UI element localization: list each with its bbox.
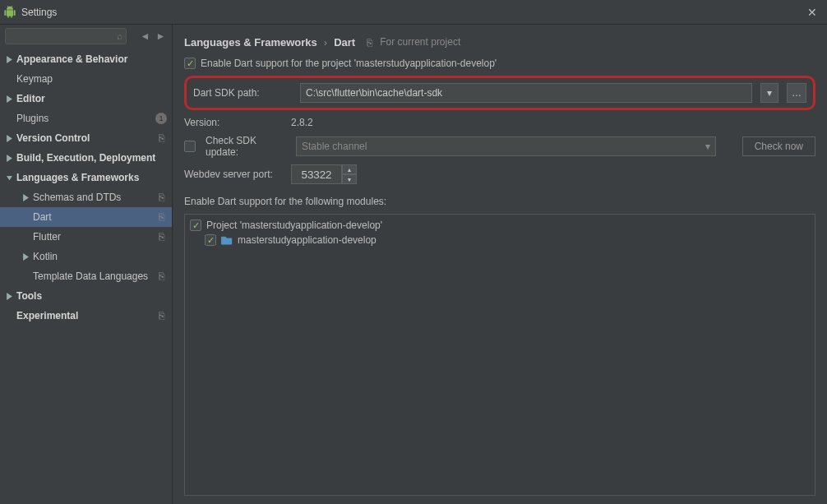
project-scope-icon: ⎘	[155, 192, 167, 203]
breadcrumb: Languages & Frameworks › Dart	[184, 36, 355, 49]
project-scope-icon: ⎘	[367, 37, 377, 47]
chevron-right-icon	[5, 154, 13, 162]
tree-item-build[interactable]: Build, Execution, Deployment	[0, 148, 172, 168]
plugins-update-badge: 1	[155, 113, 167, 124]
tree-item-editor[interactable]: Editor	[0, 89, 172, 109]
check-sdk-update-label: Check SDK update:	[206, 135, 288, 158]
port-step-down[interactable]: ▼	[342, 174, 357, 184]
tree-item-schemas[interactable]: Schemas and DTDs ⎘	[0, 187, 172, 207]
breadcrumb-parent[interactable]: Languages & Frameworks	[184, 36, 317, 49]
tree-item-flutter[interactable]: Flutter ⎘	[0, 227, 172, 247]
module-row-root[interactable]: Project 'masterstudyapplication-develop'	[190, 218, 810, 233]
sdk-path-highlight: Dart SDK path: ▾ …	[184, 76, 815, 110]
project-scope-icon: ⎘	[155, 310, 167, 321]
tree-item-appearance[interactable]: Appearance & Behavior	[0, 49, 172, 69]
search-input[interactable]	[5, 28, 127, 44]
channel-select[interactable]: Stable channel ▾	[296, 136, 716, 156]
chevron-down-icon: ▾	[705, 141, 710, 152]
sdk-path-history-dropdown[interactable]: ▾	[760, 83, 778, 103]
project-scope-hint: ⎘ For current project	[367, 36, 460, 48]
enable-dart-checkbox[interactable]	[184, 58, 196, 69]
tree-item-tools[interactable]: Tools	[0, 286, 172, 306]
module-root-checkbox[interactable]	[190, 220, 201, 231]
sdk-path-label: Dart SDK path:	[193, 87, 292, 99]
modules-section-label: Enable Dart support for the following mo…	[184, 196, 815, 207]
settings-tree: Appearance & Behavior Keymap Editor Plug…	[0, 48, 172, 504]
settings-sidebar: ⌕ ◄ ► Appearance & Behavior Keymap Edito…	[0, 25, 173, 504]
tree-item-plugins[interactable]: Plugins 1	[0, 109, 172, 128]
version-value: 2.8.2	[291, 117, 313, 128]
chevron-right-icon	[21, 252, 30, 261]
settings-content: Languages & Frameworks › Dart ⎘ For curr…	[173, 25, 827, 504]
tree-item-languages[interactable]: Languages & Frameworks	[0, 168, 172, 187]
project-scope-icon: ⎘	[155, 132, 167, 144]
android-icon	[3, 6, 16, 19]
breadcrumb-current: Dart	[334, 36, 355, 49]
project-scope-icon: ⎘	[155, 231, 167, 243]
sdk-path-browse-button[interactable]: …	[787, 83, 806, 103]
chevron-right-icon	[5, 55, 13, 63]
version-label: Version:	[184, 117, 283, 128]
tree-item-version-control[interactable]: Version Control ⎘	[0, 128, 172, 148]
module-row-child[interactable]: masterstudyapplication-develop	[190, 233, 810, 247]
chevron-down-icon	[5, 173, 13, 182]
check-sdk-update-checkbox[interactable]	[184, 141, 196, 152]
project-scope-icon: ⎘	[155, 270, 167, 282]
title-bar: Settings ✕	[0, 0, 827, 25]
chevron-right-icon	[21, 193, 30, 201]
enable-dart-label: Enable Dart support for the project 'mas…	[201, 58, 497, 69]
tree-item-experimental[interactable]: Experimental ⎘	[0, 306, 172, 326]
check-now-button[interactable]: Check now	[742, 136, 815, 156]
tree-item-keymap[interactable]: Keymap	[0, 69, 172, 89]
tree-item-kotlin[interactable]: Kotlin	[0, 247, 172, 266]
tree-item-dart[interactable]: Dart ⎘	[0, 207, 172, 227]
webdev-port-label: Webdev server port:	[184, 169, 283, 180]
project-scope-icon: ⎘	[155, 211, 167, 223]
module-child-checkbox[interactable]	[205, 234, 216, 246]
modules-list: Project 'masterstudyapplication-develop'…	[184, 214, 815, 496]
nav-forward-button[interactable]: ►	[155, 29, 167, 44]
module-folder-icon	[221, 235, 233, 245]
chevron-right-icon	[5, 292, 13, 300]
breadcrumb-separator-icon: ›	[324, 36, 327, 49]
sdk-path-input[interactable]	[300, 83, 752, 103]
chevron-right-icon	[5, 134, 13, 142]
tree-item-templates[interactable]: Template Data Languages ⎘	[0, 266, 172, 286]
nav-back-button[interactable]: ◄	[139, 29, 151, 44]
close-button[interactable]: ✕	[804, 6, 820, 19]
port-step-up[interactable]: ▲	[342, 164, 357, 174]
window-title: Settings	[21, 7, 57, 18]
chevron-right-icon	[5, 95, 13, 103]
webdev-port-input[interactable]	[291, 164, 342, 184]
